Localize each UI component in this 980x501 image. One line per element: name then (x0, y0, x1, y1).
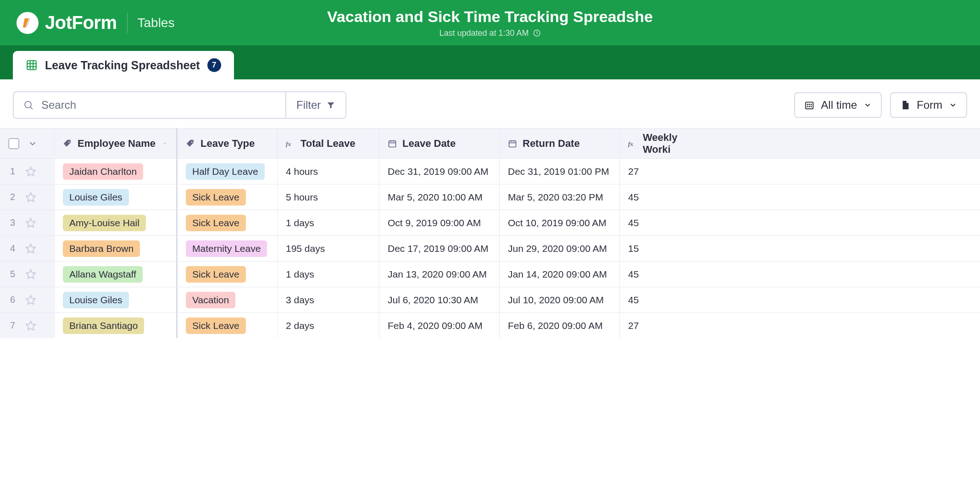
table-row[interactable]: 3Amy-Louise HailSick Leave1 daysOct 9, 2… (0, 210, 980, 235)
expand-all-icon[interactable] (28, 139, 38, 149)
col-leave-date[interactable]: Leave Date (379, 128, 499, 158)
search-filter-group: Filter (13, 91, 346, 119)
cell-employee[interactable]: Barbara Brown (54, 236, 176, 261)
tab-leave-tracking[interactable]: Leave Tracking Spreadsheet 7 (13, 51, 234, 79)
cell-leave-type[interactable]: Half Day Leave (176, 159, 277, 184)
cell-return-date[interactable]: Jan 14, 2020 09:00 AM (499, 262, 619, 287)
search-box[interactable] (14, 92, 285, 118)
leave-type-chip: Sick Leave (186, 266, 246, 283)
employee-chip: Allana Wagstaff (63, 266, 143, 283)
cell-total-leave[interactable]: 3 days (277, 287, 379, 312)
col-employee-label: Employee Name (78, 138, 156, 150)
cell-leave-date[interactable]: Mar 5, 2020 10:00 AM (379, 184, 499, 210)
cell-employee[interactable]: Allana Wagstaff (54, 262, 176, 287)
svg-rect-7 (807, 106, 808, 107)
cell-return-date[interactable]: Dec 31, 2019 01:00 PM (499, 159, 619, 184)
last-updated: Last updated at 1:30 AM (327, 28, 653, 38)
cell-weekly[interactable]: 27 (619, 159, 705, 184)
select-all-checkbox[interactable] (8, 138, 19, 149)
star-icon[interactable] (25, 217, 36, 228)
cell-leave-date[interactable]: Oct 9, 2019 09:00 AM (379, 210, 499, 235)
svg-text:fx: fx (286, 140, 291, 147)
leave-type-chip: Vacation (186, 292, 235, 308)
chevron-down-icon (863, 101, 872, 109)
search-input[interactable] (40, 98, 276, 112)
cell-return-date[interactable]: Jun 29, 2020 09:00 AM (499, 236, 619, 261)
toolbar: Filter All time Form (0, 79, 980, 128)
cell-total-leave[interactable]: 1 days (277, 262, 379, 287)
search-icon (23, 100, 34, 111)
cell-weekly[interactable]: 27 (619, 313, 705, 338)
cell-weekly[interactable]: 45 (619, 262, 705, 287)
row-index-cell: 4 (0, 236, 54, 261)
tag-icon (186, 139, 195, 148)
table-row[interactable]: 2Louise GilesSick Leave5 hoursMar 5, 202… (0, 184, 980, 210)
col-employee-name[interactable]: Employee Name (54, 128, 176, 158)
star-icon[interactable] (25, 320, 36, 331)
table-row[interactable]: 7Briana SantiagoSick Leave2 daysFeb 4, 2… (0, 312, 980, 338)
page-title[interactable]: Vacation and Sick Time Tracking Spreadsh… (327, 8, 653, 26)
tab-strip: Leave Tracking Spreadsheet 7 (0, 45, 980, 79)
table-row[interactable]: 4Barbara BrownMaternity Leave195 daysDec… (0, 235, 980, 261)
cell-total-leave[interactable]: 195 days (277, 236, 379, 261)
cell-total-leave[interactable]: 2 days (277, 313, 379, 338)
cell-leave-date[interactable]: Dec 31, 2019 09:00 AM (379, 159, 499, 184)
col-return-date[interactable]: Return Date (499, 128, 619, 158)
cell-leave-type[interactable]: Vacation (176, 287, 277, 312)
star-icon[interactable] (25, 243, 36, 254)
cell-total-leave[interactable]: 1 days (277, 210, 379, 235)
cell-leave-type[interactable]: Sick Leave (176, 184, 277, 210)
col-return-date-label: Return Date (523, 138, 580, 150)
star-icon[interactable] (25, 166, 36, 177)
star-icon[interactable] (25, 269, 36, 280)
formula-icon: fx (628, 139, 637, 148)
row-index-cell: 6 (0, 287, 54, 312)
cell-weekly[interactable]: 45 (619, 287, 705, 312)
table-row[interactable]: 5Allana WagstaffSick Leave1 daysJan 13, … (0, 261, 980, 287)
cell-total-leave[interactable]: 4 hours (277, 159, 379, 184)
cell-employee[interactable]: Louise Giles (54, 287, 176, 312)
cell-employee[interactable]: Amy-Louise Hail (54, 210, 176, 235)
svg-rect-13 (389, 141, 396, 147)
cell-leave-date[interactable]: Feb 4, 2020 09:00 AM (379, 313, 499, 338)
leave-type-chip: Sick Leave (186, 317, 246, 334)
col-weekly-working[interactable]: fx Weekly Worki (619, 128, 705, 158)
row-index-cell: 1 (0, 159, 54, 184)
table-row[interactable]: 6Louise GilesVacation3 daysJul 6, 2020 1… (0, 287, 980, 312)
filter-icon (326, 100, 335, 110)
cell-leave-type[interactable]: Sick Leave (176, 210, 277, 235)
row-number: 1 (10, 166, 15, 177)
cell-employee[interactable]: Jaidan Charlton (54, 159, 176, 184)
cell-return-date[interactable]: Mar 5, 2020 03:20 PM (499, 184, 619, 210)
cell-return-date[interactable]: Feb 6, 2020 09:00 AM (499, 313, 619, 338)
svg-rect-9 (811, 106, 812, 107)
brand-separator (127, 13, 128, 33)
star-icon[interactable] (25, 192, 36, 203)
svg-point-10 (68, 141, 70, 143)
cell-return-date[interactable]: Jul 10, 2020 09:00 AM (499, 287, 619, 312)
star-icon[interactable] (25, 295, 36, 306)
brand-section-label[interactable]: Tables (138, 16, 175, 30)
cell-return-date[interactable]: Oct 10, 2019 09:00 AM (499, 210, 619, 235)
document-icon (900, 100, 910, 110)
cell-leave-date[interactable]: Jan 13, 2020 09:00 AM (379, 262, 499, 287)
cell-weekly[interactable]: 45 (619, 184, 705, 210)
cell-leave-type[interactable]: Sick Leave (176, 313, 277, 338)
cell-weekly[interactable]: 45 (619, 210, 705, 235)
filter-button[interactable]: Filter (285, 92, 345, 118)
cell-weekly[interactable]: 15 (619, 236, 705, 261)
col-total-leave[interactable]: fx Total Leave (277, 128, 379, 158)
cell-employee[interactable]: Briana Santiago (54, 313, 176, 338)
time-range-dropdown[interactable]: All time (794, 92, 882, 118)
cell-leave-type[interactable]: Sick Leave (176, 262, 277, 287)
row-index-cell: 7 (0, 313, 54, 338)
cell-employee[interactable]: Louise Giles (54, 184, 176, 210)
cell-leave-date[interactable]: Jul 6, 2020 10:30 AM (379, 287, 499, 312)
cell-leave-date[interactable]: Dec 17, 2019 09:00 AM (379, 236, 499, 261)
col-leave-type[interactable]: Leave Type (176, 128, 277, 158)
form-dropdown[interactable]: Form (890, 92, 967, 118)
cell-total-leave[interactable]: 5 hours (277, 184, 379, 210)
cell-leave-type[interactable]: Maternity Leave (176, 236, 277, 261)
svg-text:fx: fx (628, 140, 633, 147)
table-row[interactable]: 1Jaidan CharltonHalf Day Leave4 hoursDec… (0, 158, 980, 184)
